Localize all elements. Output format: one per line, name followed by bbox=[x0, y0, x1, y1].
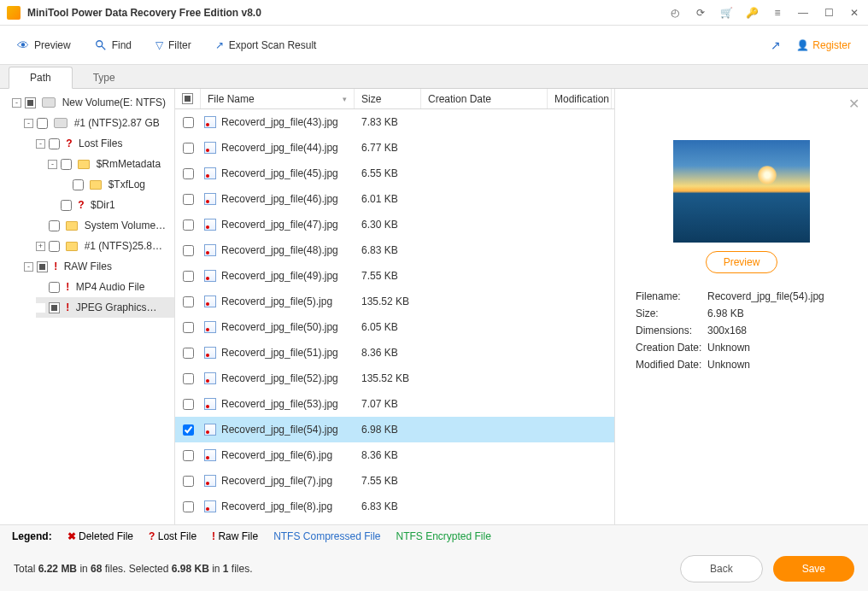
collapse-icon[interactable]: - bbox=[12, 98, 21, 108]
file-row[interactable]: Recoverd_jpg_file(50).jpg6.05 KB bbox=[175, 314, 614, 340]
jpg-icon bbox=[204, 167, 216, 179]
file-checkbox[interactable] bbox=[183, 501, 194, 512]
file-checkbox[interactable] bbox=[183, 373, 194, 384]
headset-icon[interactable]: ⟳ bbox=[694, 7, 707, 19]
checkbox-mixed[interactable] bbox=[49, 302, 60, 313]
tree-item[interactable]: - ! RAW Files bbox=[24, 256, 174, 277]
checkbox[interactable] bbox=[49, 241, 60, 252]
file-checkbox[interactable] bbox=[183, 348, 194, 359]
minimize-icon[interactable]: — bbox=[796, 7, 810, 19]
checkbox[interactable] bbox=[49, 220, 60, 231]
key-icon[interactable]: 🔑 bbox=[745, 7, 759, 19]
close-icon[interactable]: ✕ bbox=[847, 7, 861, 19]
tree-item[interactable]: - New Volume(E: NTFS) bbox=[12, 92, 174, 113]
clock-icon[interactable]: ◴ bbox=[668, 7, 682, 19]
file-row[interactable]: Recoverd_jpg_file(8).jpg6.83 KB bbox=[175, 494, 614, 519]
file-checkbox[interactable] bbox=[183, 117, 194, 128]
file-name: Recoverd_jpg_file(47).jpg bbox=[220, 219, 355, 231]
meta-key: Filename: bbox=[636, 290, 707, 302]
file-checkbox[interactable] bbox=[183, 424, 194, 436]
share-icon[interactable]: ↗ bbox=[771, 38, 781, 52]
register-label: Register bbox=[812, 39, 851, 51]
tree-item[interactable]: ! MP4 Audio File bbox=[36, 277, 174, 297]
file-row[interactable]: Recoverd_jpg_file(44).jpg6.77 KB bbox=[175, 135, 614, 161]
tab-type[interactable]: Type bbox=[73, 67, 136, 88]
file-row[interactable]: Recoverd_jpg_file(53).jpg7.07 KB bbox=[175, 391, 614, 417]
file-checkbox[interactable] bbox=[183, 450, 194, 461]
checkbox[interactable] bbox=[61, 200, 72, 211]
close-preview-icon[interactable]: ✕ bbox=[848, 96, 859, 112]
tree-item[interactable]: - #1 (NTFS)2.87 GB bbox=[24, 113, 174, 133]
collapse-icon[interactable]: - bbox=[48, 160, 57, 169]
file-row[interactable]: Recoverd_jpg_file(49).jpg7.55 KB bbox=[175, 263, 614, 289]
file-checkbox[interactable] bbox=[183, 143, 194, 154]
checkbox[interactable] bbox=[49, 282, 60, 293]
checkbox[interactable] bbox=[37, 118, 48, 129]
column-header-name[interactable]: File Name▾ bbox=[201, 89, 355, 108]
file-row[interactable]: Recoverd_jpg_file(52).jpg135.52 KB bbox=[175, 366, 614, 391]
file-row[interactable]: Recoverd_jpg_file(45).jpg6.55 KB bbox=[175, 161, 614, 186]
back-button[interactable]: Back bbox=[680, 555, 763, 582]
jpg-icon bbox=[204, 424, 216, 436]
checkbox[interactable] bbox=[49, 138, 60, 149]
file-row[interactable]: Recoverd_jpg_file(47).jpg6.30 KB bbox=[175, 212, 614, 237]
tab-path[interactable]: Path bbox=[9, 67, 73, 89]
file-row[interactable]: Recoverd_jpg_file(46).jpg6.01 KB bbox=[175, 186, 614, 212]
checkbox[interactable] bbox=[61, 159, 72, 170]
collapse-icon[interactable]: - bbox=[36, 139, 45, 149]
file-size: 6.05 KB bbox=[355, 321, 421, 333]
tab-bar: Path Type bbox=[0, 65, 868, 89]
tree-item[interactable]: ? $Dir1 bbox=[48, 195, 174, 215]
file-checkbox[interactable] bbox=[183, 271, 194, 282]
file-size: 6.77 KB bbox=[355, 142, 421, 154]
file-checkbox[interactable] bbox=[183, 194, 194, 205]
preview-button[interactable]: 👁Preview bbox=[17, 38, 71, 52]
register-button[interactable]: 👤Register bbox=[796, 39, 851, 51]
file-row[interactable]: Recoverd_jpg_file(43).jpg7.83 KB bbox=[175, 109, 614, 135]
tree-item[interactable]: + #1 (NTFS)25.8… bbox=[36, 236, 174, 256]
preview-open-button[interactable]: Preview bbox=[706, 251, 778, 273]
file-row[interactable]: Recoverd_jpg_file(54).jpg6.98 KB bbox=[175, 417, 614, 442]
file-checkbox[interactable] bbox=[183, 399, 194, 410]
column-header-size[interactable]: Size bbox=[355, 89, 421, 108]
file-checkbox[interactable] bbox=[183, 245, 194, 256]
tree-label: Lost Files bbox=[79, 138, 122, 149]
collapse-icon[interactable]: - bbox=[24, 119, 33, 128]
maximize-icon[interactable]: ☐ bbox=[822, 7, 836, 19]
column-header-creation[interactable]: Creation Date bbox=[421, 89, 548, 108]
meta-value: Unknown bbox=[707, 359, 750, 371]
file-row[interactable]: Recoverd_jpg_file(48).jpg6.83 KB bbox=[175, 237, 614, 263]
file-row[interactable]: Recoverd_jpg_file(5).jpg135.52 KB bbox=[175, 289, 614, 314]
export-button[interactable]: ↗Export Scan Result bbox=[215, 39, 317, 51]
file-checkbox[interactable] bbox=[183, 322, 194, 333]
tree-item[interactable]: $TxfLog bbox=[60, 174, 174, 195]
folder-tree[interactable]: - New Volume(E: NTFS) - #1 (NTFS)2.87 GB… bbox=[0, 89, 175, 524]
tree-item[interactable]: - ? Lost Files bbox=[36, 133, 174, 154]
list-body[interactable]: Recoverd_jpg_file(43).jpg7.83 KBRecoverd… bbox=[175, 109, 614, 524]
file-checkbox[interactable] bbox=[183, 219, 194, 231]
file-row[interactable]: Recoverd_jpg_file(51).jpg8.36 KB bbox=[175, 340, 614, 366]
find-button[interactable]: Find bbox=[95, 39, 132, 51]
tree-item-selected[interactable]: ! JPEG Graphics… bbox=[36, 297, 174, 318]
menu-icon[interactable]: ≡ bbox=[771, 7, 784, 19]
expand-icon[interactable]: + bbox=[36, 242, 45, 251]
jpg-icon bbox=[204, 321, 216, 333]
select-all-checkbox[interactable] bbox=[182, 93, 193, 104]
tree-label: System Volume… bbox=[85, 219, 166, 231]
cart-icon[interactable]: 🛒 bbox=[719, 7, 733, 19]
file-row[interactable]: Recoverd_jpg_file(6).jpg8.36 KB bbox=[175, 442, 614, 468]
save-button[interactable]: Save bbox=[773, 556, 854, 582]
checkbox[interactable] bbox=[73, 179, 84, 190]
preview-image bbox=[673, 140, 810, 243]
file-checkbox[interactable] bbox=[183, 296, 194, 307]
file-checkbox[interactable] bbox=[183, 476, 194, 487]
tree-item[interactable]: System Volume… bbox=[36, 215, 174, 236]
file-checkbox[interactable] bbox=[183, 168, 194, 179]
column-header-modification[interactable]: Modification bbox=[548, 89, 612, 108]
collapse-icon[interactable]: - bbox=[24, 262, 33, 272]
tree-item[interactable]: - $RmMetadata bbox=[48, 154, 174, 174]
checkbox-mixed[interactable] bbox=[25, 97, 36, 108]
file-row[interactable]: Recoverd_jpg_file(7).jpg7.55 KB bbox=[175, 468, 614, 494]
filter-button[interactable]: ▽Filter bbox=[155, 39, 191, 51]
checkbox-mixed[interactable] bbox=[37, 261, 48, 272]
